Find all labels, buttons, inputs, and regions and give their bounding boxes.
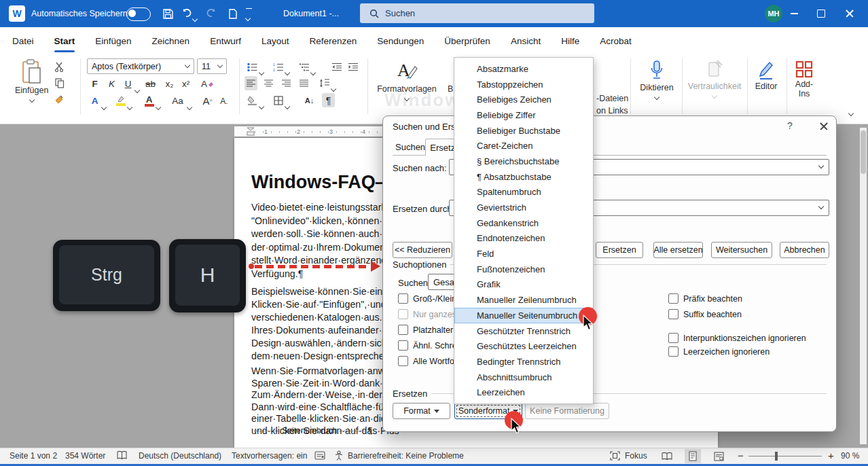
- tab-zeichnen[interactable]: Zeichnen: [151, 36, 192, 46]
- font-color-button[interactable]: A: [143, 94, 156, 108]
- tab-ueberpruefen[interactable]: Überprüfen: [443, 36, 492, 46]
- align-center-button[interactable]: [262, 76, 275, 90]
- grow-font-button[interactable]: A^: [201, 94, 214, 108]
- font-size-combo[interactable]: 11: [197, 58, 227, 74]
- shading-chevron-icon[interactable]: [259, 99, 264, 111]
- subscript-button[interactable]: x₂: [163, 77, 176, 91]
- underline-chevron-icon[interactable]: [135, 83, 139, 95]
- menu-item-fussnotenzeichen[interactable]: Fußnotenzeichen: [454, 262, 593, 277]
- tab-start[interactable]: Start: [53, 36, 77, 46]
- zoom-out-button[interactable]: −: [738, 450, 744, 461]
- save-icon[interactable]: [159, 5, 177, 22]
- collapse-ribbon-chevron-icon[interactable]: [849, 106, 853, 118]
- cut-icon[interactable]: [53, 60, 66, 74]
- zoom-slider[interactable]: [748, 456, 822, 456]
- proofing-icon[interactable]: [117, 450, 127, 461]
- undo-chevron-icon[interactable]: [193, 12, 197, 24]
- shrink-font-button[interactable]: Aˬ: [217, 94, 230, 108]
- dictate-button[interactable]: Diktieren: [636, 60, 678, 99]
- menu-item-absatzbuchstabe[interactable]: ¶ Absatzbuchstabe: [454, 169, 593, 185]
- vertical-scrollbar[interactable]: [860, 128, 867, 444]
- checkbox-ignore-whitespace[interactable]: Leerzeichen ignorieren: [668, 346, 770, 357]
- bold-button[interactable]: F: [88, 77, 101, 91]
- format-button[interactable]: Format: [393, 403, 450, 419]
- change-case-button[interactable]: Aa: [171, 94, 184, 108]
- indent-marker[interactable]: [247, 127, 255, 136]
- language-indicator[interactable]: Deutsch (Deutschland): [139, 451, 221, 461]
- text-effects-chevron-icon[interactable]: [102, 100, 106, 112]
- reduce-button[interactable]: << Reduzieren: [393, 242, 452, 258]
- customize-toolbar-icon[interactable]: [246, 8, 252, 23]
- numbered-list-icon[interactable]: 12: [272, 60, 285, 74]
- align-left-button[interactable]: [245, 76, 257, 90]
- sort-button[interactable]: A↓: [303, 93, 316, 107]
- change-case-chevron-icon[interactable]: [187, 100, 192, 112]
- copy-icon[interactable]: [53, 76, 66, 90]
- tab-einfuegen[interactable]: Einfügen: [94, 36, 132, 46]
- tab-sendungen[interactable]: Sendungen: [376, 36, 425, 46]
- zoom-in-button[interactable]: +: [828, 450, 834, 461]
- text-effects-button[interactable]: A: [88, 94, 101, 108]
- tab-ansicht[interactable]: Ansicht: [509, 36, 542, 46]
- highlight-color-button[interactable]: [114, 94, 127, 108]
- dialog-close-icon[interactable]: [820, 122, 828, 130]
- menu-item-spaltenumbruch[interactable]: Spaltenumbruch: [454, 185, 593, 200]
- zoom-slider-thumb[interactable]: [775, 452, 778, 461]
- shading-button[interactable]: [246, 93, 259, 107]
- align-right-button[interactable]: [280, 76, 293, 90]
- menu-item-absatzmarke[interactable]: Absatzmarke: [454, 61, 593, 77]
- checkbox-ignore-punctuation[interactable]: Interpunktionszeichen ignorieren: [668, 333, 806, 343]
- format-painter-icon[interactable]: [53, 92, 66, 107]
- avatar[interactable]: MH: [765, 5, 782, 22]
- font-name-combo[interactable]: Aptos (Textkörper): [87, 58, 194, 74]
- find-next-button[interactable]: Weitersuchen: [711, 242, 772, 258]
- line-spacing-chevron-icon[interactable]: [331, 82, 336, 94]
- menu-item-bereichsbuchstabe[interactable]: § Bereichsbuchstabe: [454, 154, 593, 169]
- menu-item-caret-zeichen[interactable]: Caret-Zeichen: [454, 138, 593, 154]
- bullet-list-icon[interactable]: [246, 60, 259, 74]
- search-input[interactable]: Suchen: [360, 3, 594, 23]
- font-color-chevron-icon[interactable]: [156, 100, 160, 112]
- menu-item-geschuetztes-leerzeichen[interactable]: Geschütztes Leerzeichen: [454, 338, 593, 354]
- pilcrow-button[interactable]: ¶: [322, 93, 335, 107]
- tab-referenzen[interactable]: Referenzen: [308, 36, 358, 46]
- menu-item-tabstoppzeichen[interactable]: Tabstoppzeichen: [454, 77, 593, 92]
- menu-item-leerzeichen[interactable]: Leerzeichen: [454, 384, 593, 400]
- menu-item-geschuetzter-trennstrich[interactable]: Geschützter Trennstrich: [454, 323, 593, 339]
- checkbox-match-prefix[interactable]: Präfix beachten: [668, 293, 742, 304]
- autosave-toggle[interactable]: [126, 7, 151, 21]
- focus-icon[interactable]: [610, 451, 620, 461]
- cancel-button[interactable]: Abbrechen: [780, 242, 829, 258]
- replace-all-button[interactable]: Alle ersetzen: [653, 242, 703, 258]
- highlight-chevron-icon[interactable]: [128, 100, 132, 112]
- decrease-indent-icon[interactable]: [330, 60, 343, 74]
- menu-item-geviertstrich[interactable]: Geviertstrich: [454, 200, 593, 215]
- focus-label[interactable]: Fokus: [625, 451, 647, 461]
- menu-item-endnotenzeichen[interactable]: Endnotenzeichen: [454, 231, 593, 247]
- close-button[interactable]: [838, 0, 861, 27]
- accessibility-icon[interactable]: [334, 450, 344, 461]
- read-mode-icon[interactable]: [659, 449, 675, 463]
- touch-mode-icon[interactable]: [224, 5, 242, 22]
- increase-indent-icon[interactable]: [346, 60, 359, 74]
- paste-button[interactable]: Einfügen: [15, 58, 48, 102]
- justify-button[interactable]: [297, 76, 310, 90]
- accessibility-status[interactable]: Barrierefreiheit: Keine Probleme: [348, 451, 464, 461]
- tab-datei[interactable]: Datei: [11, 36, 35, 46]
- menu-item-abschnittsumbruch[interactable]: Abschnittsumbruch: [454, 370, 593, 385]
- borders-chevron-icon[interactable]: [285, 99, 289, 111]
- borders-button[interactable]: [272, 93, 285, 107]
- menu-item-beliebiger-buchstabe[interactable]: Beliebiger Buchstabe: [454, 123, 593, 139]
- predictions-icon[interactable]: [314, 450, 325, 461]
- menu-item-grafik[interactable]: Grafik: [454, 277, 593, 293]
- scrollbar-thumb[interactable]: [861, 130, 866, 174]
- tab-hilfe[interactable]: Hilfe: [560, 36, 581, 46]
- dialog-help-icon[interactable]: ?: [787, 120, 793, 131]
- tab-layout[interactable]: Layout: [260, 36, 291, 46]
- zoom-level[interactable]: 90 %: [841, 451, 859, 461]
- underline-button[interactable]: U: [122, 77, 134, 91]
- print-layout-icon[interactable]: [685, 449, 701, 463]
- superscript-button[interactable]: x²: [179, 77, 192, 91]
- multilevel-list-icon[interactable]: [297, 60, 310, 74]
- addins-button[interactable]: Add- Ins: [789, 60, 819, 98]
